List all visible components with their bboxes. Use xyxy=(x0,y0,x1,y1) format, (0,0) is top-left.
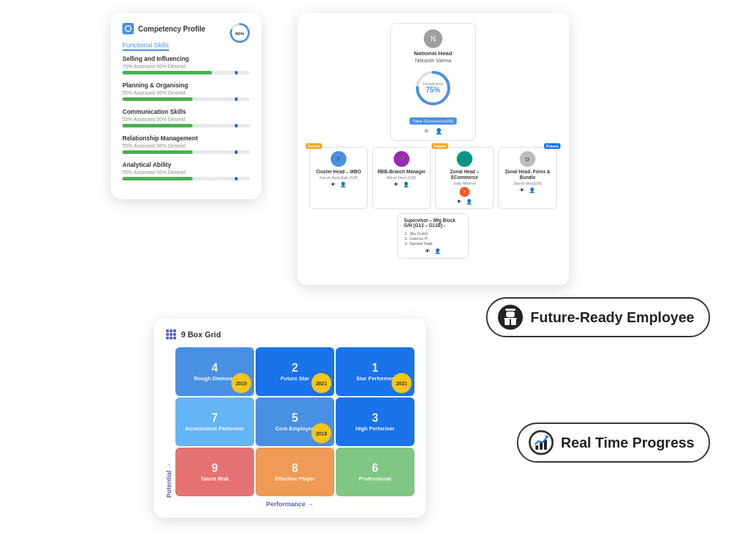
skill-item: Selling and Influencing 70% Assessed 90%… xyxy=(122,55,250,74)
view-successors-btn[interactable]: View Successors(00) xyxy=(409,117,457,125)
national-head-avatar: N xyxy=(424,29,442,48)
employee-icon xyxy=(497,304,523,330)
future-badge-4: Future xyxy=(544,143,560,149)
svg-text:75%: 75% xyxy=(426,86,440,94)
svg-rect-26 xyxy=(166,337,169,339)
supervisor-list-item: Jitu Gohil xyxy=(409,231,462,236)
grid-cell-1-1: 5 Core Employee 2018 xyxy=(256,397,334,446)
grid-content: 4 Rough Diamond 2019 2 Future Star 2021 … xyxy=(175,347,414,498)
grid-icon xyxy=(165,329,177,340)
child-node-2: M RBB-Branch Manager Miral Devi (G8) 👁 👤 xyxy=(372,147,431,209)
child-node-4: Future D Zonal Head- Forex & Bundle Jaso… xyxy=(498,147,557,209)
supervisor-list-item: Gaurav P. xyxy=(409,236,462,241)
child-node-1: Future F Cluster Head – WBO Faruk Abdull… xyxy=(309,147,368,209)
svg-rect-23 xyxy=(166,333,169,336)
competency-title: Competency Profile xyxy=(138,25,205,33)
competency-profile-card: Competency Profile 80% Functional Skills… xyxy=(111,13,261,199)
grid-row: 9 Talent Risk 8 Effective Player 6 Profe… xyxy=(175,448,414,496)
year-badge: 2019 xyxy=(231,373,251,393)
svg-rect-13 xyxy=(511,319,516,325)
year-badge: 2021 xyxy=(392,373,412,393)
svg-rect-20 xyxy=(166,329,169,332)
skill-bar xyxy=(122,177,250,180)
real-time-pill: Real Time Progress xyxy=(517,423,710,463)
grid-cell-1-0: 7 Inconsistent Performer xyxy=(175,397,254,446)
svg-point-18 xyxy=(545,435,548,438)
real-time-label: Real Time Progress xyxy=(561,435,694,451)
supervisor-list-item: Sanket Naik xyxy=(409,241,462,246)
eye-icon: 👁 xyxy=(457,199,462,205)
svg-rect-27 xyxy=(170,337,173,339)
svg-rect-21 xyxy=(170,329,173,332)
child-avatar-1: F xyxy=(331,151,346,167)
svg-text:80%: 80% xyxy=(236,31,245,36)
svg-rect-22 xyxy=(173,329,176,332)
functional-skills-tab[interactable]: Functional Skills xyxy=(122,42,169,51)
national-head-name: Nilkanth Varma xyxy=(398,57,468,64)
future-ready-pill: Future-Ready Employee xyxy=(486,297,710,337)
grid-row: 4 Rough Diamond 2019 2 Future Star 2021 … xyxy=(175,347,414,396)
nine-box-grid-area: Potential → 4 Rough Diamond 2019 2 Futur… xyxy=(165,347,414,498)
view-icon: 👁 xyxy=(424,128,429,135)
future-badge-1: Future xyxy=(306,143,322,149)
skill-bar xyxy=(122,150,250,154)
nine-box-title: 9 Box Grid xyxy=(181,330,221,339)
svg-rect-15 xyxy=(535,445,538,450)
skills-list: Selling and Influencing 70% Assessed 90%… xyxy=(122,55,250,180)
skill-item: Planning & Organising 55% Assessed 90% D… xyxy=(122,82,250,101)
svg-rect-12 xyxy=(505,319,510,325)
eye-icon: 👁 xyxy=(394,182,399,188)
person-icon: 👤 xyxy=(435,248,441,254)
succession-planning-card: N National Head Nilkanth Varma Readiness… xyxy=(297,13,569,285)
year-badge: 2018 xyxy=(311,423,331,443)
svg-rect-10 xyxy=(506,312,515,317)
y-axis-label: Potential → xyxy=(165,347,173,498)
supervisor-node: Supervisor – Mfg Block G/H (G13 – G11B) … xyxy=(397,213,469,259)
readiness-circle: Readiness 75% xyxy=(398,68,468,108)
skill-item: Communication Skills 55% Assessed 90% De… xyxy=(122,108,250,127)
eye-icon: 👁 xyxy=(331,182,336,188)
person-icon: 👤 xyxy=(435,128,442,135)
person-icon: 👤 xyxy=(340,182,346,188)
svg-rect-24 xyxy=(170,333,173,336)
supervisor-row: Supervisor – Mfg Block G/H (G13 – G11B) … xyxy=(309,213,558,259)
grid-row: 7 Inconsistent Performer 5 Core Employee… xyxy=(175,397,414,446)
svg-rect-16 xyxy=(540,443,543,450)
person-icon: 👤 xyxy=(529,188,535,193)
skill-item: Analytical Ability 55% Assessed 90% Desi… xyxy=(122,161,250,180)
grid-cell-2-0: 9 Talent Risk xyxy=(175,448,254,496)
child-avatar-3: J xyxy=(457,151,472,167)
future-badge-3: Future xyxy=(432,143,448,149)
person-icon: 👤 xyxy=(466,199,472,205)
skill-bar xyxy=(122,71,250,74)
x-axis-label: Performance → xyxy=(165,501,414,508)
svg-rect-9 xyxy=(505,309,515,311)
grid-cell-0-2: 1 Star Performer 2021 xyxy=(336,347,414,396)
progress-circle: 80% xyxy=(228,21,251,47)
competency-icon xyxy=(122,23,134,34)
grid-cell-2-1: 8 Effective Player xyxy=(256,448,334,496)
child-avatar-2: M xyxy=(394,151,409,167)
skill-item: Relationship Management 55% Assessed 90%… xyxy=(122,135,250,154)
person-icon: 👤 xyxy=(403,182,409,188)
child-node-3: Future J Zonal Head – ECommerce Jolly Mi… xyxy=(435,147,494,209)
warning-badge: ! xyxy=(460,187,470,197)
grid-cell-2-2: 6 Professional xyxy=(336,448,414,496)
progress-icon xyxy=(528,430,554,455)
national-head-title: National Head xyxy=(398,50,468,57)
svg-point-0 xyxy=(125,26,131,32)
svg-rect-11 xyxy=(504,318,517,319)
grid-cell-0-1: 2 Future Star 2021 xyxy=(256,347,334,396)
skill-bar xyxy=(122,124,250,127)
year-badge: 2021 xyxy=(311,373,331,393)
grid-cell-0-0: 4 Rough Diamond 2019 xyxy=(175,347,254,396)
future-ready-label: Future-Ready Employee xyxy=(530,309,694,326)
skill-bar xyxy=(122,97,250,101)
child-avatar-4: D xyxy=(520,151,535,167)
nine-box-grid-card: 9 Box Grid Potential → 4 Rough Diamond 2… xyxy=(154,319,426,518)
national-head-node: N National Head Nilkanth Varma Readiness… xyxy=(390,23,476,141)
svg-rect-28 xyxy=(173,337,176,339)
eye-icon: 👁 xyxy=(520,188,525,193)
eye-icon: 👁 xyxy=(425,248,430,254)
grid-cell-1-2: 3 High Performer xyxy=(336,397,414,446)
